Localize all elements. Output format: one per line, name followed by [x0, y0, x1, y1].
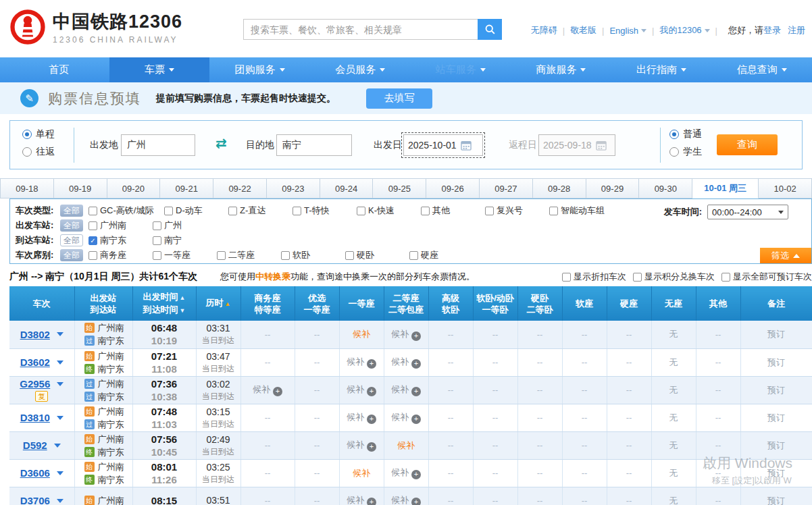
checkbox[interactable] — [88, 251, 97, 260]
trip-roundtrip-radio[interactable]: 往返 — [22, 146, 55, 158]
waitlist-add-icon[interactable]: + — [411, 359, 421, 369]
checkbox[interactable] — [281, 251, 290, 260]
filter-option[interactable]: 智能动车组 — [549, 205, 625, 217]
checkbox[interactable] — [562, 273, 571, 282]
col-header-9[interactable]: 高级软卧 — [428, 286, 473, 321]
date-tab-09-25[interactable]: 09-25 — [373, 178, 426, 198]
filter-option[interactable]: 一等座 — [153, 249, 217, 261]
checkbox[interactable] — [153, 221, 161, 230]
train-number-link[interactable]: D592 — [23, 440, 47, 451]
waitlist-add-icon[interactable]: + — [367, 387, 376, 396]
sort-desc-icon[interactable]: ▼ — [180, 307, 186, 314]
date-tab-10-01[interactable]: 10-01 周三 — [692, 178, 759, 198]
checkbox[interactable] — [485, 207, 494, 215]
waitlist-link[interactable]: 候补 — [397, 440, 415, 450]
depart-time-select[interactable]: 00:00--24:00 — [707, 205, 788, 219]
nav-item-2[interactable]: 车票 — [109, 57, 210, 82]
checkbox[interactable] — [153, 236, 161, 245]
train-number-link[interactable]: G2956 — [20, 378, 50, 390]
search-button[interactable] — [478, 19, 502, 40]
filter-option[interactable]: 广州南 — [88, 219, 153, 232]
col-header-7[interactable]: 一等座 — [339, 286, 384, 321]
filter-option[interactable]: Z-直达 — [228, 205, 293, 217]
col-header-16[interactable]: 备注 — [740, 286, 812, 321]
col-header-10[interactable]: 软卧/动卧一等卧 — [473, 286, 517, 321]
checkbox[interactable] — [88, 221, 97, 230]
summary-toggle[interactable]: 显示折扣车次 — [562, 271, 626, 283]
all-button[interactable]: 全部 — [60, 249, 83, 261]
col-header-6[interactable]: 优选一等座 — [295, 286, 339, 321]
train-number-link[interactable]: D3810 — [20, 412, 50, 423]
filter-option[interactable]: 二等座 — [217, 249, 281, 261]
col-header-3[interactable]: 出发时间▲到达时间▼ — [132, 286, 196, 321]
passenger-normal-radio[interactable]: 普通 — [669, 128, 702, 140]
top-link-2[interactable]: 敬老版 — [570, 24, 597, 36]
waitlist-add-icon[interactable]: + — [273, 387, 282, 396]
checkbox[interactable] — [293, 207, 301, 215]
nav-item-8[interactable]: 信息查询 — [711, 57, 812, 82]
train-number-link[interactable]: D3606 — [20, 467, 50, 479]
filter-option[interactable]: 其他 — [421, 205, 485, 217]
expand-caret-icon[interactable] — [57, 471, 64, 475]
date-tab-09-30[interactable]: 09-30 — [639, 178, 692, 198]
date-tab-09-19[interactable]: 09-19 — [54, 178, 107, 198]
date-tab-09-18[interactable]: 09-18 — [0, 178, 54, 198]
waitlist-add-icon[interactable]: + — [367, 498, 376, 505]
expand-caret-icon[interactable] — [57, 382, 64, 386]
all-button[interactable]: 全部 — [60, 219, 83, 232]
waitlist-add-icon[interactable]: + — [411, 387, 421, 396]
calendar-icon[interactable] — [461, 140, 472, 151]
expand-caret-icon[interactable] — [57, 361, 64, 365]
filter-option[interactable]: T-特快 — [293, 205, 357, 217]
filter-option[interactable]: 软卧 — [281, 249, 345, 261]
date-tab-09-22[interactable]: 09-22 — [213, 178, 267, 198]
checkbox[interactable] — [228, 207, 237, 215]
expand-caret-icon[interactable] — [57, 332, 64, 336]
sort-asc-icon[interactable]: ▲ — [180, 294, 186, 301]
expand-caret-icon[interactable] — [54, 444, 61, 448]
waitlist-add-icon[interactable]: + — [411, 470, 421, 479]
waitlist-add-icon[interactable]: + — [411, 331, 421, 341]
col-header-12[interactable]: 软座 — [562, 286, 607, 321]
filter-option[interactable]: 硬卧 — [345, 249, 409, 261]
waitlist-link[interactable]: 候补 — [353, 468, 370, 478]
top-link-1[interactable]: 无障碍 — [531, 24, 557, 36]
date-tab-10-02[interactable]: 10-02 — [759, 178, 812, 198]
waitlist-add-icon[interactable]: + — [367, 359, 376, 369]
col-header-14[interactable]: 无座 — [651, 286, 696, 321]
date-tab-09-26[interactable]: 09-26 — [426, 178, 480, 198]
col-header-5[interactable]: 商务座特等座 — [240, 286, 295, 321]
top-link-4[interactable]: 我的12306 — [659, 24, 701, 36]
checkbox[interactable] — [421, 207, 430, 215]
date-tab-09-21[interactable]: 09-21 — [160, 178, 213, 198]
filter-option[interactable]: 商务座 — [88, 249, 153, 261]
filter-option[interactable]: 广州 — [153, 219, 217, 232]
date-tab-09-27[interactable]: 09-27 — [480, 178, 533, 198]
nav-item-5[interactable]: 站车服务 — [411, 57, 511, 82]
checkbox[interactable] — [88, 207, 97, 215]
filter-option[interactable]: ✓南宁东 — [88, 234, 153, 246]
filter-option[interactable]: K-快速 — [357, 205, 421, 217]
nav-item-3[interactable]: 团购服务 — [209, 57, 310, 82]
checkbox[interactable] — [549, 207, 558, 215]
date-tab-09-29[interactable]: 09-29 — [586, 178, 640, 198]
search-input[interactable] — [243, 19, 478, 40]
filter-option[interactable]: 复兴号 — [485, 205, 549, 217]
date-tab-09-24[interactable]: 09-24 — [320, 178, 374, 198]
expand-caret-icon[interactable] — [57, 499, 64, 503]
from-station-input[interactable] — [121, 134, 195, 156]
summary-toggle[interactable]: 显示全部可预订车次 — [721, 271, 812, 283]
passenger-student-radio[interactable]: 学生 — [669, 146, 702, 158]
checkbox[interactable] — [633, 273, 642, 282]
train-number-link[interactable]: D3706 — [20, 495, 50, 505]
waitlist-add-icon[interactable]: + — [367, 442, 376, 452]
swap-stations-icon[interactable]: ⇄ — [215, 135, 227, 151]
all-button[interactable]: 全部 — [60, 234, 83, 246]
expand-caret-icon[interactable] — [57, 416, 64, 420]
checkbox[interactable] — [164, 207, 173, 215]
query-button[interactable]: 查询 — [717, 134, 778, 155]
summary-toggle[interactable]: 显示积分兑换车次 — [633, 271, 715, 283]
nav-item-4[interactable]: 会员服务 — [310, 57, 411, 82]
filter-option[interactable]: GC-高铁/城际 — [88, 205, 164, 217]
waitlist-add-icon[interactable]: + — [411, 498, 421, 505]
